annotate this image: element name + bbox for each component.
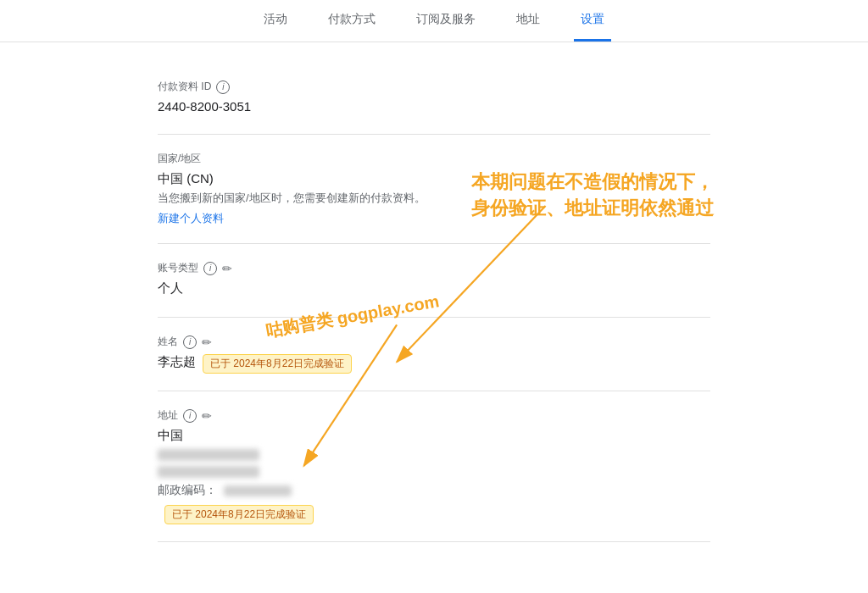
- address-label: 地址 i ✏: [158, 408, 710, 423]
- main-content: 付款资料 ID i 2440-8200-3051 国家/地区 中国 (CN) 当…: [137, 42, 731, 563]
- payment-id-section: 付款资料 ID i 2440-8200-3051: [158, 63, 710, 135]
- postal-label: 邮政编码：: [158, 483, 710, 498]
- address-section: 地址 i ✏ 中国 邮政编码： 已于 2024年8月22日完成验证: [158, 391, 710, 542]
- top-navigation: 活动 付款方式 订阅及服务 地址 设置: [0, 0, 868, 42]
- address-country: 中国: [158, 428, 710, 444]
- new-profile-link[interactable]: 新建个人资料: [158, 212, 224, 224]
- country-sub-text: 当您搬到新的国家/地区时，您需要创建新的付款资料。: [158, 191, 710, 206]
- country-section: 国家/地区 中国 (CN) 当您搬到新的国家/地区时，您需要创建新的付款资料。 …: [158, 135, 710, 244]
- account-type-value: 个人: [158, 280, 710, 296]
- nav-item-settings[interactable]: 设置: [574, 0, 611, 42]
- name-info-icon[interactable]: i: [183, 335, 197, 349]
- name-edit-icon[interactable]: ✏: [202, 335, 215, 349]
- nav-item-payment[interactable]: 付款方式: [321, 0, 382, 42]
- name-label: 姓名 i ✏: [158, 335, 710, 349]
- nav-item-address[interactable]: 地址: [509, 0, 547, 42]
- payment-id-label: 付款资料 ID i: [158, 80, 710, 94]
- account-type-label: 账号类型 i ✏: [158, 261, 710, 275]
- address-line2-blurred: [158, 466, 259, 478]
- postal-code-blurred: [224, 485, 292, 496]
- address-info-icon[interactable]: i: [183, 409, 197, 423]
- country-label: 国家/地区: [158, 152, 710, 166]
- name-section: 姓名 i ✏ 李志超 已于 2024年8月22日完成验证: [158, 318, 710, 391]
- nav-item-activity[interactable]: 活动: [257, 0, 294, 42]
- country-value: 中国 (CN): [158, 171, 710, 187]
- name-value-row: 李志超 已于 2024年8月22日完成验证: [158, 354, 710, 374]
- nav-item-subscriptions[interactable]: 订阅及服务: [409, 0, 482, 42]
- name-verified-badge: 已于 2024年8月22日完成验证: [203, 354, 352, 374]
- address-edit-icon[interactable]: ✏: [202, 409, 215, 423]
- account-type-info-icon[interactable]: i: [203, 262, 217, 275]
- name-value: 李志超: [158, 354, 196, 370]
- payment-id-info-icon[interactable]: i: [216, 80, 230, 94]
- address-verified-badge: 已于 2024年8月22日完成验证: [164, 505, 314, 524]
- account-type-edit-icon[interactable]: ✏: [222, 262, 236, 275]
- payment-id-value: 2440-8200-3051: [158, 99, 710, 114]
- account-type-section: 账号类型 i ✏ 个人: [158, 244, 710, 318]
- address-line1-blurred: [158, 449, 259, 461]
